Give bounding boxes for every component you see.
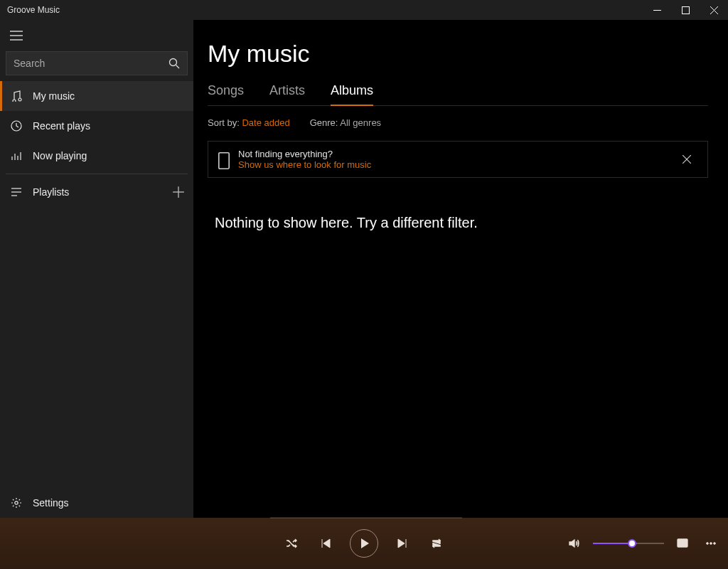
tab-albums[interactable]: Albums — [331, 83, 373, 105]
playlist-icon — [10, 186, 23, 198]
tab-bar: Songs Artists Albums — [208, 83, 708, 106]
info-banner: Not finding everything? Show us where to… — [208, 141, 708, 178]
next-button[interactable] — [392, 533, 412, 553]
page-title: My music — [208, 40, 708, 68]
app-window: Groove Music — [0, 0, 728, 569]
title-bar: Groove Music — [0, 0, 728, 20]
previous-button[interactable] — [316, 533, 336, 553]
repeat-button[interactable] — [427, 533, 446, 553]
nav-item-label: Settings — [33, 497, 69, 509]
filter-bar: Sort by: Date added Genre: All genres — [208, 117, 708, 128]
play-button[interactable] — [350, 529, 378, 558]
svg-line-8 — [176, 65, 180, 69]
device-icon — [218, 152, 230, 166]
svg-point-19 — [15, 501, 18, 504]
volume-button[interactable] — [564, 533, 584, 553]
nav-item-label: Now playing — [33, 150, 87, 161]
app-body: My music Recent plays Now playing — [0, 20, 728, 518]
sidebar-divider — [6, 174, 188, 174]
more-button[interactable] — [701, 533, 721, 553]
svg-rect-1 — [682, 6, 689, 14]
nav-item-recent-plays[interactable]: Recent plays — [0, 111, 193, 141]
genre-filter[interactable]: Genre: All genres — [310, 117, 381, 128]
seek-bar[interactable] — [270, 516, 462, 519]
nav-item-label: Playlists — [33, 186, 69, 198]
add-playlist-button[interactable] — [172, 186, 185, 198]
svg-point-26 — [714, 543, 716, 545]
genre-label: Genre: — [310, 117, 338, 128]
volume-thumb[interactable] — [628, 539, 636, 548]
equalizer-icon — [10, 149, 23, 162]
sort-filter[interactable]: Sort by: Date added — [208, 117, 290, 128]
now-playing-view-button[interactable] — [673, 533, 692, 553]
banner-link[interactable]: Show us where to look for music — [238, 159, 668, 170]
search-container — [0, 51, 193, 81]
clock-icon — [10, 119, 23, 132]
tab-artists[interactable]: Artists — [269, 83, 305, 105]
search-box[interactable] — [6, 51, 188, 75]
banner-close-button[interactable] — [676, 149, 697, 170]
minimize-button[interactable] — [643, 0, 671, 20]
tab-songs[interactable]: Songs — [208, 83, 244, 105]
close-button[interactable] — [700, 0, 728, 20]
playback-controls — [282, 529, 446, 558]
banner-text: Not finding everything? Show us where to… — [238, 149, 668, 170]
sort-value: Date added — [242, 117, 289, 128]
nav-item-now-playing[interactable]: Now playing — [0, 141, 193, 171]
sort-label: Sort by: — [208, 117, 240, 128]
svg-point-7 — [170, 59, 177, 66]
svg-point-24 — [707, 543, 709, 545]
nav-list: My music Recent plays Now playing — [0, 81, 193, 207]
hamburger-button[interactable] — [0, 20, 193, 51]
content-area: My music Songs Artists Albums Sort by: D… — [193, 20, 728, 518]
player-bar — [0, 518, 728, 569]
empty-state-message: Nothing to show here. Try a different fi… — [215, 215, 708, 231]
music-note-icon — [10, 90, 23, 102]
search-icon[interactable] — [168, 58, 180, 69]
search-input[interactable] — [14, 58, 168, 69]
sidebar: My music Recent plays Now playing — [0, 20, 193, 518]
banner-line1: Not finding everything? — [238, 149, 668, 159]
gear-icon — [10, 496, 23, 509]
maximize-button[interactable] — [671, 0, 700, 20]
nav-item-playlists[interactable]: Playlists — [0, 177, 193, 207]
player-right-controls — [564, 533, 721, 553]
volume-slider[interactable] — [593, 536, 664, 551]
nav-item-label: Recent plays — [33, 120, 90, 132]
nav-item-label: My music — [33, 90, 75, 102]
window-title: Groove Music — [0, 5, 643, 15]
svg-rect-20 — [219, 153, 229, 169]
nav-item-settings[interactable]: Settings — [0, 488, 193, 518]
shuffle-button[interactable] — [282, 533, 301, 553]
genre-value: All genres — [340, 117, 381, 128]
nav-item-my-music[interactable]: My music — [0, 81, 193, 111]
svg-point-25 — [710, 543, 712, 545]
